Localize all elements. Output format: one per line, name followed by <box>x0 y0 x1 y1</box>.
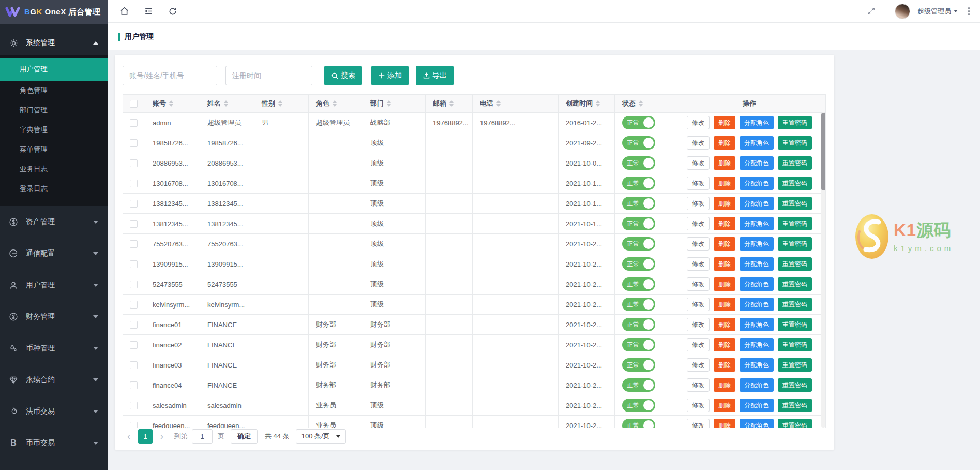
sort-icon[interactable] <box>449 100 454 107</box>
sort-icon[interactable] <box>496 100 501 107</box>
sidebar-group-8[interactable]: B币币交易 <box>0 427 108 459</box>
delete-button[interactable]: 删除 <box>714 237 735 251</box>
reset-password-button[interactable]: 重置密码 <box>778 257 812 271</box>
edit-button[interactable]: 修改 <box>687 217 710 230</box>
assign-role-button[interactable]: 分配角色 <box>740 399 774 412</box>
column-header-2[interactable]: 姓名 <box>200 95 254 112</box>
sidebar-item-菜单管理[interactable]: 菜单管理 <box>0 140 108 159</box>
row-checkbox[interactable] <box>130 402 138 409</box>
fullscreen-icon[interactable] <box>866 6 876 17</box>
assign-role-button[interactable]: 分配角色 <box>740 378 774 392</box>
sidebar-group-4[interactable]: 财务管理 <box>0 301 108 332</box>
user-menu[interactable]: 超级管理员 <box>917 7 958 16</box>
column-header-6[interactable]: 邮箱 <box>426 95 473 112</box>
delete-button[interactable]: 删除 <box>714 378 735 392</box>
edit-button[interactable]: 修改 <box>687 277 710 291</box>
sidebar-group-1[interactable]: 资产管理 <box>0 206 108 238</box>
assign-role-button[interactable]: 分配角色 <box>740 197 774 210</box>
delete-button[interactable]: 删除 <box>714 277 735 291</box>
status-toggle[interactable]: 正常 <box>622 197 655 210</box>
status-toggle[interactable]: 正常 <box>622 156 655 170</box>
sort-icon[interactable] <box>278 100 282 107</box>
page-size-select[interactable]: 100 条/页 <box>296 429 346 444</box>
status-toggle[interactable]: 正常 <box>622 136 655 150</box>
row-checkbox[interactable] <box>130 180 138 187</box>
status-toggle[interactable]: 正常 <box>622 338 655 351</box>
sidebar-item-部门管理[interactable]: 部门管理 <box>0 100 108 120</box>
keyword-input[interactable] <box>123 66 217 85</box>
reset-password-button[interactable]: 重置密码 <box>778 136 812 150</box>
edit-button[interactable]: 修改 <box>687 116 710 129</box>
row-checkbox[interactable] <box>130 200 138 208</box>
row-checkbox[interactable] <box>130 240 138 248</box>
column-header-7[interactable]: 电话 <box>473 95 559 112</box>
reset-password-button[interactable]: 重置密码 <box>778 358 812 372</box>
column-header-9[interactable]: 状态 <box>615 95 673 112</box>
status-toggle[interactable]: 正常 <box>622 217 655 230</box>
column-header-1[interactable]: 账号 <box>145 95 200 112</box>
sort-icon[interactable] <box>169 100 173 107</box>
prev-page-button[interactable]: ‹ <box>123 431 135 442</box>
reset-password-button[interactable]: 重置密码 <box>778 116 812 129</box>
reset-password-button[interactable]: 重置密码 <box>778 338 812 351</box>
edit-button[interactable]: 修改 <box>687 399 710 412</box>
column-header-4[interactable]: 角色 <box>309 95 363 112</box>
status-toggle[interactable]: 正常 <box>622 116 655 129</box>
delete-button[interactable]: 删除 <box>714 419 735 428</box>
add-button[interactable]: 添加 <box>371 66 409 85</box>
edit-button[interactable]: 修改 <box>687 338 710 351</box>
sidebar-group-2[interactable]: 通信配置 <box>0 238 108 269</box>
reset-password-button[interactable]: 重置密码 <box>778 277 812 291</box>
status-toggle[interactable]: 正常 <box>622 277 655 291</box>
sort-icon[interactable] <box>387 100 391 107</box>
row-checkbox[interactable] <box>130 139 138 147</box>
delete-button[interactable]: 删除 <box>714 136 735 150</box>
register-time-input[interactable] <box>225 66 312 85</box>
row-checkbox[interactable] <box>130 422 138 428</box>
sort-icon[interactable] <box>596 100 600 107</box>
edit-button[interactable]: 修改 <box>687 257 710 271</box>
reset-password-button[interactable]: 重置密码 <box>778 177 812 190</box>
reset-password-button[interactable]: 重置密码 <box>778 399 812 412</box>
reset-password-button[interactable]: 重置密码 <box>778 318 812 331</box>
sidebar-group-0[interactable]: 系统管理 <box>0 31 108 55</box>
row-checkbox[interactable] <box>130 220 138 228</box>
sidebar-group-3[interactable]: 用户管理 <box>0 269 108 301</box>
delete-button[interactable]: 删除 <box>714 156 735 170</box>
edit-button[interactable]: 修改 <box>687 177 710 190</box>
column-header-3[interactable]: 性别 <box>254 95 309 112</box>
delete-button[interactable]: 删除 <box>714 399 735 412</box>
status-toggle[interactable]: 正常 <box>622 177 655 190</box>
row-checkbox[interactable] <box>130 260 138 268</box>
assign-role-button[interactable]: 分配角色 <box>740 156 774 170</box>
delete-button[interactable]: 删除 <box>714 177 735 190</box>
row-checkbox[interactable] <box>130 321 138 329</box>
row-checkbox[interactable] <box>130 281 138 288</box>
assign-role-button[interactable]: 分配角色 <box>740 419 774 428</box>
reset-password-button[interactable]: 重置密码 <box>778 237 812 251</box>
status-toggle[interactable]: 正常 <box>622 257 655 271</box>
edit-button[interactable]: 修改 <box>687 318 710 331</box>
assign-role-button[interactable]: 分配角色 <box>740 298 774 311</box>
column-header-5[interactable]: 部门 <box>363 95 426 112</box>
status-toggle[interactable]: 正常 <box>622 378 655 392</box>
edit-button[interactable]: 修改 <box>687 136 710 150</box>
reset-password-button[interactable]: 重置密码 <box>778 378 812 392</box>
status-toggle[interactable]: 正常 <box>622 358 655 372</box>
edit-button[interactable]: 修改 <box>687 298 710 311</box>
status-toggle[interactable]: 正常 <box>622 318 655 331</box>
reset-password-button[interactable]: 重置密码 <box>778 197 812 210</box>
edit-button[interactable]: 修改 <box>687 197 710 210</box>
sidebar-item-用户管理[interactable]: 用户管理 <box>0 58 108 81</box>
row-checkbox[interactable] <box>130 301 138 309</box>
export-button[interactable]: 导出 <box>416 66 454 85</box>
assign-role-button[interactable]: 分配角色 <box>740 318 774 331</box>
scrollbar-thumb[interactable] <box>821 113 825 190</box>
page-jump-input[interactable] <box>192 429 213 444</box>
sidebar-group-7[interactable]: 法币交易 <box>0 395 108 427</box>
delete-button[interactable]: 删除 <box>714 358 735 372</box>
row-checkbox[interactable] <box>130 361 138 369</box>
sidebar-group-5[interactable]: 币种管理 <box>0 332 108 364</box>
reset-password-button[interactable]: 重置密码 <box>778 217 812 230</box>
delete-button[interactable]: 删除 <box>714 116 735 129</box>
